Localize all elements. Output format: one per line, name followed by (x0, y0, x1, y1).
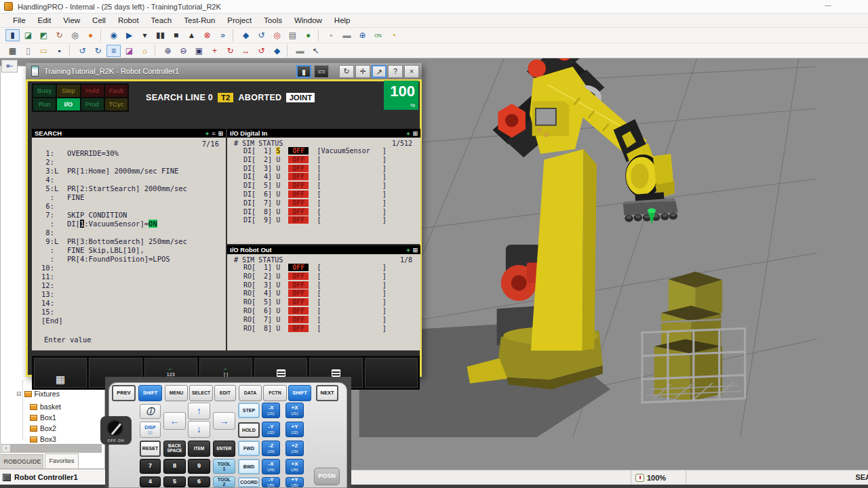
flashlight-icon[interactable]: ▮ (5, 29, 20, 41)
digital-in-row[interactable]: DI[ 3] U OFF [ ] (243, 165, 420, 174)
search-zoom-icon[interactable]: ⌖ (205, 130, 209, 137)
program-line[interactable]: 9:L PR[3:BottomSearch] 250mm/sec (41, 237, 187, 246)
program-line[interactable]: : DI[1:VacuumSensor]=ON (41, 220, 187, 228)
jog-plus-y-j2-key[interactable]: +Y(J2) (285, 422, 304, 437)
measure-icon[interactable]: ▬ (293, 45, 307, 57)
onoff-knob-icon[interactable] (106, 420, 123, 436)
shift-left-key[interactable]: SHIFT (138, 385, 162, 401)
digital-in-row[interactable]: DI[ 9] U OFF [ ] (243, 216, 420, 225)
abort-icon[interactable]: ⊗ (200, 29, 214, 41)
program-line[interactable]: : FINE Skip,LBL[10], (41, 246, 187, 255)
menu-test-run[interactable]: Test-Run (178, 15, 221, 26)
tree-item-box2[interactable]: Box2 (30, 424, 56, 432)
keyboard-icon[interactable]: ▭ (314, 65, 329, 78)
posn-key[interactable]: POSN (314, 468, 340, 485)
digital-in-row[interactable]: DI[ 8] U OFF [ ] (243, 208, 420, 217)
joint-jog-icon[interactable]: ⊕ (355, 29, 370, 41)
menu-cell[interactable]: Cell (86, 15, 112, 26)
folder-open-icon[interactable]: ▭ (37, 45, 51, 57)
cycle-start-icon[interactable]: ◉ (106, 29, 121, 41)
menu-tools[interactable]: Tools (258, 15, 288, 26)
step-key[interactable]: STEP (238, 403, 260, 418)
refresh-icon[interactable]: ↻ (339, 65, 354, 78)
tree-item-box1[interactable]: Box1 (30, 413, 56, 422)
document-icon[interactable]: ▯ (21, 45, 35, 57)
jog-plus-y-j5-key[interactable]: +Y(J5) (285, 477, 304, 487)
operator-icon[interactable]: ● (83, 29, 98, 41)
popout-icon[interactable]: ↗ (372, 65, 387, 78)
lock-icon[interactable]: ◆ (239, 29, 253, 41)
view-mode-icon[interactable]: ◆ (270, 45, 284, 57)
robot-out-row[interactable]: RO[ 4] U OFF [ ] (243, 289, 420, 298)
num-9-key[interactable]: 9 (188, 459, 210, 474)
zoom-in-icon[interactable]: ⊕ (161, 45, 175, 57)
program-line[interactable]: 5:L PR[2:StartSearch] 2000mm/sec (41, 184, 187, 193)
ruler-icon[interactable]: ▬ (340, 29, 354, 41)
robot-out-row[interactable]: RO[ 7] U OFF [ ] (243, 316, 420, 325)
jog-plus-x-j4-key[interactable]: +X(J4) (285, 459, 304, 474)
undo-icon[interactable]: ↺ (75, 45, 90, 57)
program-line[interactable]: 8: (41, 228, 187, 237)
coord-badge[interactable]: JOINT (286, 93, 315, 102)
orbit-view-icon[interactable]: ↺ (254, 45, 269, 57)
program-line[interactable]: [End] (41, 317, 187, 325)
program-line[interactable]: 6: (41, 202, 187, 211)
backspace-key[interactable]: BACK SPACE (163, 441, 186, 457)
panel-menu-icon[interactable]: ≡ (212, 130, 215, 137)
num-8-key[interactable]: 8 (163, 459, 186, 474)
fctn-key[interactable]: FCTN (263, 385, 287, 401)
num-7-key[interactable]: 7 (140, 459, 161, 474)
tree-item-fixtures[interactable]: ⊟Fixtures (16, 390, 60, 398)
tree-horizontal-scrollbar[interactable]: ‹ (1, 444, 102, 453)
program-line[interactable]: 10: (41, 264, 187, 272)
menu-view[interactable]: View (57, 15, 86, 26)
num-4-key[interactable]: 4 (140, 476, 161, 487)
program-line[interactable]: 15: (41, 308, 187, 317)
io-zoom-icon[interactable]: ⌖ (406, 130, 410, 137)
next-key[interactable]: NEXT (316, 385, 338, 401)
jog-plus-z-j3-key[interactable]: +Z(J3) (285, 441, 304, 456)
tab-favorites[interactable]: Favorites (45, 453, 79, 468)
play-options-icon[interactable]: ▾ (138, 29, 152, 41)
teach-tool-lock-icon[interactable]: ◪ (21, 29, 35, 41)
data-key[interactable]: DATA (239, 385, 262, 401)
minimize-button[interactable]: — (821, 1, 835, 12)
center-view-icon[interactable]: + (208, 45, 222, 57)
mouse-icon[interactable]: ▫ (324, 29, 338, 41)
disp-key[interactable]: DISP▯▯ (140, 422, 161, 438)
bwd-key[interactable]: BWD (238, 459, 260, 474)
jog-minus-y-j2-key[interactable]: -Y(J2) (262, 422, 280, 437)
teach-tool-unlock-icon[interactable]: ◩ (37, 29, 51, 41)
menu-edit[interactable]: Edit (32, 15, 58, 26)
pan-view-icon[interactable]: ↔ (239, 45, 253, 57)
io-expand-icon[interactable]: ⊞ (412, 247, 418, 253)
program-line[interactable]: 1: OVERRIDE=30% (41, 149, 187, 158)
io-expand-icon[interactable]: ⊞ (412, 130, 418, 137)
cell-browser-icon[interactable]: ≡ (106, 45, 121, 57)
pointer-icon[interactable]: ↖ (309, 45, 323, 57)
tool2-key[interactable]: TOOL 2 (213, 476, 235, 487)
pause-icon[interactable]: ▮▮ (153, 29, 167, 41)
blank-softkey-2[interactable] (365, 358, 418, 388)
scroll-left-icon[interactable]: ‹ (2, 445, 11, 452)
io-digital-in-title[interactable]: I/O Digital In ⌖⊞ (227, 129, 420, 138)
enter-key[interactable]: ENTER (213, 441, 235, 457)
stop-icon[interactable]: ■ (169, 29, 183, 41)
digital-in-row[interactable]: DI[ 4] U OFF [ ] (243, 173, 420, 182)
digital-in-row[interactable]: DI[ 2] U OFF [ ] (243, 156, 420, 165)
jog-plus-x-j1-key[interactable]: +X(J1) (285, 403, 304, 418)
arrow-right-key[interactable]: → (213, 412, 235, 430)
menu-file[interactable]: File (7, 15, 32, 26)
item-key[interactable]: ITEM (188, 441, 210, 457)
rotate-view-icon[interactable]: ↻ (223, 45, 237, 57)
binoculars-icon[interactable]: ◎ (68, 29, 82, 41)
arrow-left-key[interactable]: ← (163, 412, 186, 430)
redo-icon[interactable]: ↻ (91, 45, 105, 57)
robot-out-row[interactable]: RO[ 6] U OFF [ ] (243, 307, 420, 316)
alarm-icon[interactable]: ◔ (387, 29, 401, 41)
chart-icon[interactable]: ◪ (122, 45, 136, 57)
digital-in-row[interactable]: DI[ 7] U OFF [ ] (243, 199, 420, 208)
digital-in-row[interactable]: DI[ 6] U OFF [ ] (243, 190, 420, 199)
robot-reset-icon[interactable]: ✛ (355, 65, 370, 78)
eject-icon[interactable]: ▲ (184, 29, 199, 41)
